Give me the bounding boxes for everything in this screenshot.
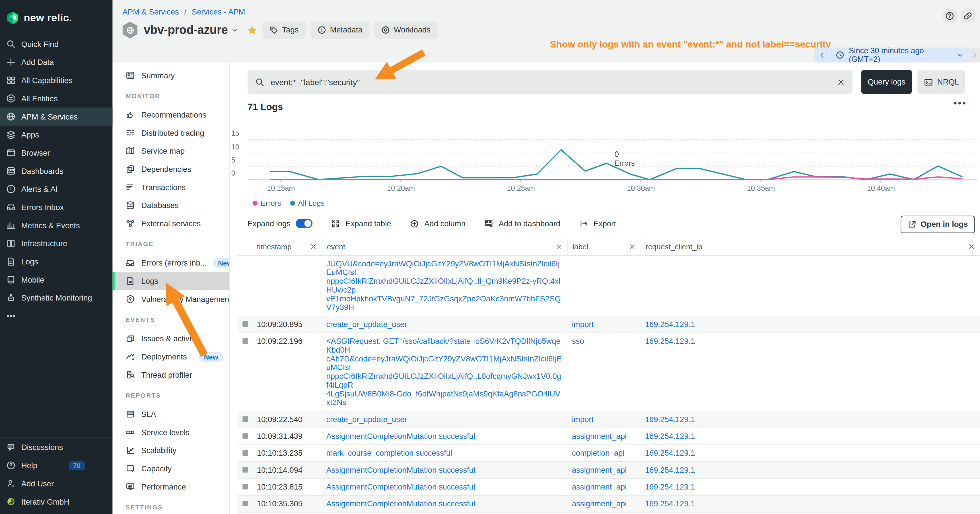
ip-link[interactable]: 169.254.129.1 [645, 500, 695, 508]
sidebar-item-apm-services[interactable]: APM & Services [0, 108, 112, 126]
sidebar-item-all-capabilities[interactable]: All Capabilities [0, 71, 112, 89]
event-link[interactable]: create_or_update_user [326, 320, 407, 329]
open-in-logs-button[interactable]: Open in logs [900, 216, 975, 233]
remove-column-icon[interactable] [556, 243, 563, 250]
log-row[interactable]: 10:09:22.540create_or_update_userimport1… [238, 411, 980, 428]
event-link[interactable]: <ASGIRequest: GET '/sso/callback/?state=… [326, 337, 560, 355]
entity-nav-logs[interactable]: Logs [112, 272, 229, 290]
sidebar-item-all-entities[interactable]: All Entities [0, 89, 112, 108]
time-forward-button[interactable] [970, 48, 980, 63]
column-header-timestamp[interactable]: timestamp [252, 238, 322, 255]
sidebar-item-infrastructure[interactable]: Infrastructure [0, 234, 112, 253]
sidebar-item-alerts-ai[interactable]: Alerts & AI [0, 180, 112, 198]
entity-nav-distributed-tracing[interactable]: Distributed tracing [112, 124, 229, 142]
event-link[interactable]: vE1moHpkhokTVBvguN7_72JtGzGsqxZpn2OaKc3n… [326, 294, 561, 312]
clear-search-icon[interactable] [837, 78, 845, 86]
help-button[interactable] [942, 9, 957, 23]
add-column-button[interactable]: Add column [410, 219, 466, 228]
log-row[interactable]: 10:09:20.895create_or_update_userimport1… [238, 316, 980, 333]
workloads-button[interactable]: Workloads [374, 21, 438, 39]
chevron-down-icon[interactable] [232, 27, 239, 33]
entity-nav-transactions[interactable]: Transactions [112, 178, 229, 196]
entity-nav-errors-errors-inb-[interactable]: Errors (errors inb...New [112, 254, 229, 272]
expand-logs-toggle[interactable]: Expand logs [248, 219, 312, 228]
entity-nav-performance[interactable]: Performance [112, 477, 229, 496]
legend-item-errors[interactable]: Errors [252, 199, 281, 207]
panel-menu-icon[interactable]: ••• [954, 98, 967, 108]
sidebar-item-logs[interactable]: Logs [0, 253, 112, 271]
time-range-button[interactable]: Since 30 minutes ago (GMT+2) [830, 48, 969, 63]
ip-link[interactable]: 169.254.129.1 [645, 432, 695, 441]
breadcrumb-apm-services[interactable]: APM & Services [123, 7, 179, 16]
entity-nav-service-levels[interactable]: Service levels [112, 423, 229, 441]
entity-nav-dependencies[interactable]: Dependencies [112, 160, 229, 178]
tags-button[interactable]: Tags [262, 21, 305, 39]
event-link[interactable]: 4LgSjsuUW8B0Mi8-Gdo_f6ofWhjpatNs9jaMs9qK… [326, 389, 560, 407]
sidebar-item-metrics-events[interactable]: Metrics & Events [0, 216, 112, 234]
label-link[interactable]: completion_api [572, 449, 625, 458]
entity-nav-deployments[interactable]: DeploymentsNew [112, 347, 229, 366]
metadata-button[interactable]: Metadata [310, 21, 369, 39]
label-link[interactable]: assignment_api [572, 500, 627, 508]
entity-nav-service-map[interactable]: Service map [112, 142, 229, 160]
remove-column-icon[interactable] [310, 243, 317, 250]
event-link[interactable]: AssignmentCompletionMutation successful [326, 483, 475, 492]
legend-item-all-logs[interactable]: All Logs [290, 199, 325, 207]
label-link[interactable]: assignment_api [572, 483, 627, 492]
ip-link[interactable]: 169.254.129.1 [645, 320, 695, 329]
sidebar-item-iterativ-gmbh[interactable]: Iterativ GmbH [0, 493, 112, 511]
entity-nav-vulnerability-management[interactable]: Vulnerability Management [112, 290, 229, 308]
event-link[interactable]: cAh7D&code=eyJraWQiOiJjcGltY29yZV8wOTI1M… [326, 354, 562, 372]
column-header-event[interactable]: event [322, 238, 567, 255]
time-back-button[interactable] [815, 48, 829, 63]
sidebar-item-apps[interactable]: Apps [0, 126, 112, 144]
log-row[interactable]: 10:09:22.196<ASGIRequest: GET '/sso/call… [238, 333, 980, 412]
label-link[interactable]: import [572, 415, 593, 424]
entity-nav-databases[interactable]: Databases [112, 196, 229, 215]
entity-nav-scalability[interactable]: Scalability [112, 441, 229, 460]
favorite-star-icon[interactable] [247, 25, 258, 35]
ip-link[interactable]: 169.254.129.1 [645, 483, 695, 492]
entity-nav-external-services[interactable]: External services [112, 214, 229, 232]
add-to-dashboard-button[interactable]: Add to dashboard [484, 219, 560, 228]
log-row[interactable]: 10:10:35.305AssignmentCompletionMutation… [238, 496, 980, 512]
column-header-request_client_ip[interactable]: request_client_ip [641, 238, 980, 255]
ip-link[interactable]: 169.254.129.1 [645, 415, 695, 424]
sidebar-item-help[interactable]: Help70 [0, 456, 112, 474]
event-link[interactable]: AssignmentCompletionMutation successful [326, 500, 475, 508]
log-row[interactable]: 10:09:31.439AssignmentCompletionMutation… [238, 428, 980, 445]
export-button[interactable]: Export [579, 219, 616, 228]
entity-nav-capacity[interactable]: Capacity [112, 459, 229, 477]
event-link[interactable]: mark_course_completion successful [326, 449, 452, 458]
event-link[interactable]: create_or_update_user [326, 415, 407, 424]
log-row[interactable]: 10:10:44.066AssignmentCompletionMutation… [238, 512, 980, 514]
new-relic-logo[interactable]: new relic. [0, 0, 112, 35]
log-search-input[interactable]: event:* -"label":"security" [248, 70, 853, 94]
event-link[interactable]: AssignmentCompletionMutation successful [326, 466, 475, 474]
event-link[interactable]: AssignmentCompletionMutation successful [326, 432, 475, 441]
label-link[interactable]: import [572, 320, 593, 329]
log-row[interactable]: 10:10:14.094AssignmentCompletionMutation… [238, 462, 980, 479]
sidebar-item-synthetic-monitoring[interactable]: Synthetic Monitoring [0, 289, 112, 307]
column-header-label[interactable]: label [567, 238, 641, 255]
sidebar-item-errors-inbox[interactable]: Errors Inbox [0, 198, 112, 216]
expand-table-button[interactable]: Expand table [331, 219, 391, 228]
entity-nav-thread-profiler[interactable]: Thread profiler [112, 366, 229, 384]
remove-column-icon[interactable] [629, 243, 636, 250]
ip-link[interactable]: 169.254.129.1 [645, 449, 695, 458]
sidebar-item-discussions[interactable]: Discussions [0, 438, 112, 457]
breadcrumb-services-apm[interactable]: Services - APM [192, 7, 245, 16]
sidebar-item-add-user[interactable]: Add User [0, 474, 112, 493]
entity-nav-recommendations[interactable]: Recommendations [112, 106, 229, 124]
event-link[interactable]: JUQVU&code=eyJraWQiOiJjcGltY29yZV8wOTI1M… [326, 259, 560, 277]
nrql-button[interactable]: NRQL [917, 70, 965, 94]
entity-nav-issues-activity[interactable]: Issues & activity [112, 329, 229, 348]
event-link[interactable]: nppcCI6IkRlZmxhdGUiLCJzZXIiOiIxLjAifQ..I… [326, 277, 560, 294]
ip-link[interactable]: 169.254.129.1 [645, 466, 695, 474]
log-row[interactable]: 10:10:13.235mark_course_completion succe… [238, 445, 980, 462]
entity-nav-sla[interactable]: SLA [112, 405, 229, 423]
sidebar-item-mobile[interactable]: Mobile [0, 271, 112, 289]
sidebar-item-add-data[interactable]: Add Data [0, 53, 112, 72]
sidebar-item-more[interactable] [0, 307, 112, 325]
label-link[interactable]: sso [572, 337, 584, 346]
